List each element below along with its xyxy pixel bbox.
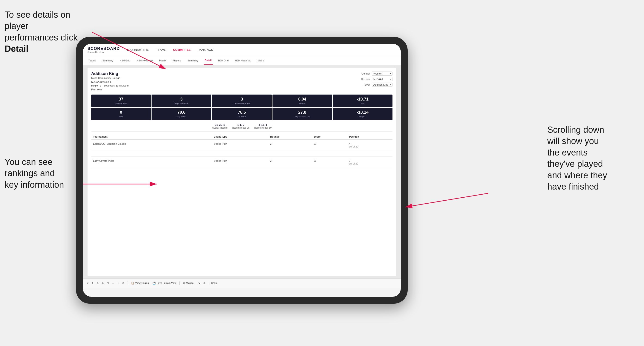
- tab-matrix[interactable]: Matrix: [158, 56, 167, 65]
- tablet-frame: SCOREBOARD Powered by clippd TOURNAMENTS…: [76, 37, 408, 304]
- annotation-top-left: To see details on player performances cl…: [4, 9, 83, 55]
- tab-h2h-grid[interactable]: H2H Grid: [118, 56, 131, 65]
- sub-nav: Teams Summary H2H Grid H2H Heatmap Matri…: [83, 56, 401, 65]
- stats-row-2: 0 Wins 79.6 Avg Score 78.5 Adj Score 27.…: [91, 108, 392, 120]
- record-overall: 91-20-1 Overall Record: [212, 123, 228, 129]
- tab-teams[interactable]: Teams: [88, 56, 97, 65]
- record-top50-value: 5-11-1: [254, 123, 272, 127]
- stats-row-1: 37 National Rank 3 Regional Rank 3 Confe…: [91, 95, 392, 107]
- undo-button[interactable]: ↺: [86, 282, 88, 284]
- tab-summary[interactable]: Summary: [101, 56, 114, 65]
- stat-avg-score-par: 27.8 Avg Score to Par: [272, 108, 332, 120]
- stat-regional-rank: 3 Regional Rank: [152, 95, 211, 107]
- main-nav: TOURNAMENTS TEAMS COMMITTEE RANKINGS: [127, 48, 213, 51]
- row1-score: 17: [312, 140, 347, 151]
- record-top25-value: 1-5-0: [232, 123, 250, 127]
- zoom-out-button[interactable]: ⊗: [102, 282, 104, 284]
- gender-select-wrap[interactable]: Women: [372, 71, 392, 76]
- record-overall-label: Overall Record: [212, 127, 228, 129]
- events-table: Tournament Event Type Rounds Score Posit…: [91, 134, 392, 168]
- nav-committee[interactable]: COMMITTEE: [173, 48, 191, 51]
- zoom-minus-button[interactable]: —: [112, 282, 114, 284]
- tab-h2h-grid2[interactable]: H2H Grid: [217, 56, 230, 65]
- player-name: Addison King: [91, 71, 129, 76]
- watch-button[interactable]: 👁 Watch ▾: [183, 282, 195, 285]
- share-button[interactable]: ⟨⟩ Share: [208, 282, 218, 285]
- stat-sos-label: SoS: [335, 102, 391, 105]
- row1-tournament: Estella CC- Mountain Classic: [91, 140, 212, 151]
- view-original-button[interactable]: 📋 View: Original: [131, 282, 150, 285]
- present-button[interactable]: □▾: [198, 282, 200, 284]
- records-row: 91-20-1 Overall Record 1-5-0 Record vs t…: [91, 121, 392, 132]
- app-header: SCOREBOARD Powered by clippd TOURNAMENTS…: [83, 44, 401, 56]
- stat-avg-score-value: 79.6: [154, 110, 209, 115]
- division-select-wrap[interactable]: NJCAA I: [372, 77, 392, 81]
- nav-tournaments[interactable]: TOURNAMENTS: [127, 48, 149, 51]
- save-custom-view-button[interactable]: 💾 Save Custom View: [152, 282, 176, 285]
- row3-rounds: 2: [268, 157, 312, 168]
- stat-points-value: 6.04: [274, 97, 330, 102]
- tab-h2h-heatmap[interactable]: H2H Heatmap: [136, 56, 154, 65]
- tab-players[interactable]: Players: [172, 56, 182, 65]
- main-content: Addison King Mesa Community College NJCA…: [83, 65, 401, 288]
- tab-matrix2[interactable]: Matrix: [256, 56, 265, 65]
- grid-button[interactable]: ⊞: [204, 282, 205, 284]
- stat-avg-sg: -10.14 Avg SG: [333, 108, 392, 120]
- stat-avg-score-label: Avg Score: [154, 116, 209, 118]
- record-top50: 5-11-1 Record vs top 50: [254, 123, 272, 129]
- bottom-toolbar: ↺ ↻ ⊕ ⊗ ⊡ — + ⏱ 📋 View: Original 💾 Save …: [83, 278, 401, 288]
- timer-button[interactable]: ⏱: [122, 282, 124, 284]
- stat-conference-rank-value: 3: [214, 97, 270, 102]
- content-area: Addison King Mesa Community College NJCA…: [88, 68, 396, 276]
- stat-national-rank-value: 37: [93, 97, 149, 102]
- col-event-type: Event Type: [212, 134, 268, 140]
- nav-rankings[interactable]: RANKINGS: [198, 48, 213, 51]
- logo: SCOREBOARD Powered by clippd: [88, 46, 120, 53]
- stat-avg-score-par-label: Avg Score to Par: [274, 116, 330, 118]
- division-label: Division: [361, 78, 370, 81]
- table-row: Lady Coyote Invite Stroke Play 2 16 7out…: [91, 157, 392, 168]
- col-tournament: Tournament: [91, 134, 212, 140]
- player-select[interactable]: Addison King: [372, 83, 392, 87]
- stat-sos: -19.71 SoS: [333, 95, 392, 107]
- player-select-wrap[interactable]: Addison King: [372, 82, 392, 87]
- col-score: Score: [312, 134, 347, 140]
- stat-regional-rank-label: Regional Rank: [154, 102, 209, 105]
- logo-sub: Powered by clippd: [88, 51, 120, 53]
- zoom-plus-button[interactable]: +: [118, 282, 119, 284]
- gender-label: Gender: [362, 72, 370, 75]
- division-row: Division NJCAA I: [361, 77, 392, 81]
- stat-adj-score: 78.5 Adj Score: [212, 108, 272, 120]
- stat-conference-rank-label: Conference Rank: [214, 102, 270, 105]
- player-region: Region 1 - Southwest (18) District: [91, 84, 129, 88]
- redo-button[interactable]: ↻: [92, 282, 94, 284]
- stat-avg-sg-label: Avg SG: [335, 116, 391, 118]
- record-top25-label: Record vs top 25: [232, 127, 250, 129]
- nav-teams[interactable]: TEAMS: [156, 48, 166, 51]
- tab-summary2[interactable]: Summary: [186, 56, 199, 65]
- table-row: Estella CC- Mountain Classic Stroke Play…: [91, 140, 392, 151]
- stat-avg-score-par-value: 27.8: [274, 110, 330, 115]
- gender-select[interactable]: Women: [372, 72, 392, 76]
- col-rounds: Rounds: [268, 134, 312, 140]
- logo-title: SCOREBOARD: [88, 46, 120, 51]
- division-select[interactable]: NJCAA I: [372, 77, 392, 81]
- stat-points-label: Points: [274, 102, 330, 105]
- zoom-fit-button[interactable]: ⊕: [97, 282, 98, 284]
- tab-detail[interactable]: Detail: [204, 56, 212, 65]
- tablet-screen: SCOREBOARD Powered by clippd TOURNAMENTS…: [83, 44, 401, 297]
- record-overall-value: 91-20-1: [212, 123, 228, 127]
- row1-event-type: Stroke Play: [212, 140, 268, 151]
- annotation-detail-bold: Detail: [4, 44, 28, 54]
- tab-h2h-heatmap2[interactable]: H2H Heatmap: [234, 56, 252, 65]
- player-year: First Year: [91, 88, 129, 92]
- player-division: NJCAA Division 1: [91, 80, 129, 84]
- stat-national-rank: 37 National Rank: [91, 95, 151, 107]
- player-controls: Gender Women Division NJCAA: [361, 71, 392, 91]
- player-college: Mesa Community College: [91, 76, 129, 80]
- row3-tournament: Lady Coyote Invite: [91, 157, 212, 168]
- stat-adj-score-label: Adj Score: [214, 116, 270, 118]
- gender-row: Gender Women: [362, 71, 392, 76]
- zoom-reset-button[interactable]: ⊡: [107, 282, 109, 284]
- stat-points: 6.04 Points: [272, 95, 332, 107]
